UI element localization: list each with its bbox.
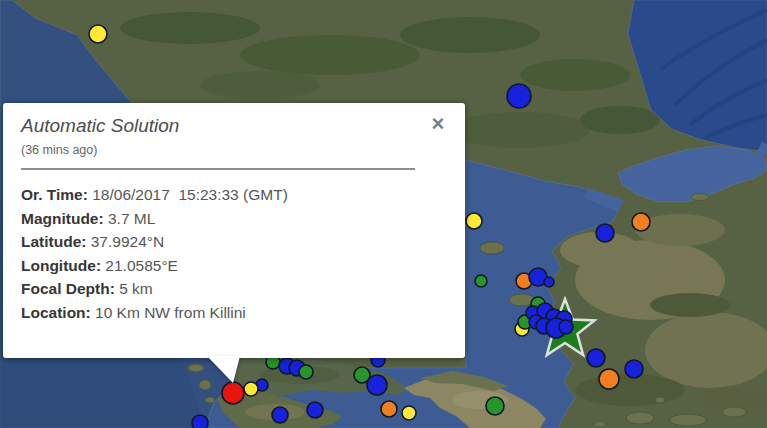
earthquake-marker[interactable] xyxy=(299,365,313,379)
popup-field-value: 18/06/2017 15:23:33 (GMT) xyxy=(88,186,288,203)
popup-fields: Or. Time: 18/06/2017 15:23:33 (GMT)Magni… xyxy=(21,183,447,324)
earthquake-marker[interactable] xyxy=(244,382,258,396)
earthquake-marker[interactable] xyxy=(599,369,619,389)
popup-tail-pointer xyxy=(202,356,242,386)
popup-field-value: 21.0585°E xyxy=(101,257,178,274)
popup-field-label: Location: xyxy=(21,304,91,321)
popup-field-label: Longitude: xyxy=(21,257,101,274)
popup-field-row: Focal Depth: 5 km xyxy=(21,277,447,301)
popup-field-row: Latitude: 37.9924°N xyxy=(21,230,447,254)
popup-field-row: Or. Time: 18/06/2017 15:23:33 (GMT) xyxy=(21,183,447,207)
popup-title: Automatic Solution xyxy=(21,114,447,138)
earthquake-marker[interactable] xyxy=(192,415,208,428)
popup-field-value: 37.9924°N xyxy=(86,233,164,250)
earthquake-marker[interactable] xyxy=(486,397,504,415)
earthquake-marker[interactable] xyxy=(544,277,554,287)
earthquake-marker[interactable] xyxy=(596,224,614,242)
earthquake-map-screen: Automatic Solution (36 mins ago) Or. Tim… xyxy=(0,0,767,428)
earthquake-marker[interactable] xyxy=(272,407,288,423)
earthquake-marker[interactable] xyxy=(587,349,605,367)
popup-divider xyxy=(21,168,415,170)
popup-field-value: 3.7 ML xyxy=(104,210,156,227)
popup-field-value: 10 Km NW from Killini xyxy=(91,304,246,321)
popup-close-button[interactable]: × xyxy=(427,113,449,135)
popup-field-row: Magnitude: 3.7 ML xyxy=(21,207,447,231)
earthquake-marker[interactable] xyxy=(381,401,397,417)
popup-field-label: Focal Depth: xyxy=(21,280,115,297)
earthquake-marker[interactable] xyxy=(402,406,416,420)
earthquake-marker[interactable] xyxy=(466,213,482,229)
event-info-popup: Automatic Solution (36 mins ago) Or. Tim… xyxy=(3,103,465,358)
popup-field-row: Location: 10 Km NW from Killini xyxy=(21,301,447,325)
popup-age: (36 mins ago) xyxy=(21,142,447,158)
popup-field-label: Magnitude: xyxy=(21,210,104,227)
earthquake-marker[interactable] xyxy=(475,275,487,287)
popup-field-label: Or. Time: xyxy=(21,186,88,203)
earthquake-marker[interactable] xyxy=(89,25,107,43)
earthquake-marker[interactable] xyxy=(559,320,573,334)
popup-field-row: Longitude: 21.0585°E xyxy=(21,254,447,278)
earthquake-marker[interactable] xyxy=(307,402,323,418)
earthquake-marker[interactable] xyxy=(507,84,531,108)
earthquake-marker[interactable] xyxy=(367,375,387,395)
earthquake-marker[interactable] xyxy=(632,213,650,231)
earthquake-marker[interactable] xyxy=(625,360,643,378)
popup-field-value: 5 km xyxy=(115,280,153,297)
popup-field-label: Latitude: xyxy=(21,233,86,250)
